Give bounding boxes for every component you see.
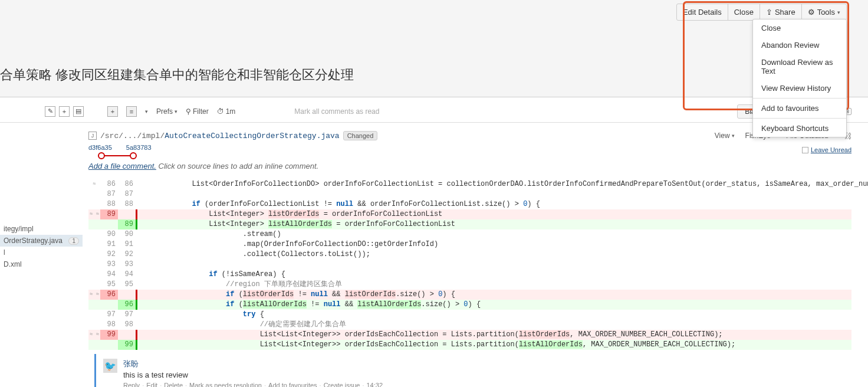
diff-line[interactable]: ≈ ≈99 List<List<Integer>> orderIdsEachCo… [88, 330, 851, 340]
diff-line[interactable]: 9898 //确定需要创建几个集合单 [88, 320, 851, 330]
svg-point-0 [98, 153, 104, 159]
diff-line[interactable]: 9595 //region 下单顺序创建跨区集合单 [88, 280, 851, 290]
edit-details-button[interactable]: Edit Details [677, 4, 728, 20]
code-content: if (orderInfoForCollectionList != null &… [137, 199, 851, 209]
collapse-icon[interactable]: ≡ [126, 106, 137, 117]
diff-line[interactable]: ≈ ≈89 List<Integer> listOrderIds = order… [88, 209, 851, 219]
diff-line[interactable]: 9797 try { [88, 310, 851, 320]
diff-line[interactable]: 9090 .stream() [88, 229, 851, 240]
comment-action-edit[interactable]: Edit [146, 382, 157, 387]
comment-action-delete[interactable]: Delete [164, 382, 183, 387]
line-number-old: 90 [100, 229, 118, 240]
comment-action-reply[interactable]: Reply [123, 382, 140, 387]
add-icon[interactable]: + [59, 106, 70, 117]
comment-author[interactable]: 张盼 [123, 359, 383, 369]
close-button[interactable]: Close [728, 4, 760, 20]
separator: · [362, 382, 364, 387]
line-number-old [100, 300, 118, 310]
file-path[interactable]: /src/.../impl/AutoCreateCollectingOrderS… [100, 132, 340, 140]
gutter-control[interactable]: ≈ ≈ [88, 290, 100, 300]
code-content: List<List<Integer>> orderIdsEachCollecti… [137, 340, 851, 350]
gutter-control[interactable]: ≈ ≈ [88, 330, 100, 340]
tools-menu-close[interactable]: Close [753, 19, 846, 37]
diff-line[interactable]: 8787 [88, 189, 851, 199]
gutter-control[interactable] [88, 340, 100, 350]
prefs-dropdown[interactable]: Prefs [156, 107, 177, 116]
code-content [137, 260, 851, 270]
line-number-old: 92 [100, 250, 118, 260]
sidebar-item[interactable]: D.xml [0, 258, 83, 270]
gutter-control[interactable] [88, 280, 100, 290]
chevron-down-icon [837, 9, 840, 15]
line-number-new [118, 330, 136, 340]
line-number-new: 94 [118, 270, 136, 280]
tools-menu-abandon[interactable]: Abandon Review [753, 37, 846, 54]
share-button[interactable]: ⇪ Share [760, 4, 802, 20]
edit-icon[interactable]: ✎ [45, 106, 55, 117]
gutter-control[interactable] [88, 320, 100, 330]
gutter-control[interactable] [88, 270, 100, 280]
line-number-new: 92 [118, 250, 136, 260]
gutter-control[interactable] [88, 229, 100, 240]
leave-unread-link[interactable]: Leave Unread [802, 146, 851, 153]
diff-line[interactable]: 9393 [88, 260, 851, 270]
menu-divider [753, 118, 846, 119]
tools-menu-favourites[interactable]: Add to favourites [753, 100, 846, 117]
line-number-new: 88 [118, 199, 136, 209]
diff-line[interactable]: 99 List<List<Integer>> orderIdsEachColle… [88, 340, 851, 350]
gutter-control[interactable] [88, 240, 100, 250]
diff-line[interactable]: 9494 if (!isSameArea) { [88, 270, 851, 280]
revision-old[interactable]: d3f6a35 [88, 144, 112, 151]
expand-icon[interactable]: + [107, 106, 118, 117]
view-dropdown[interactable]: View [715, 132, 735, 140]
comment-action-add-to-favourites[interactable]: Add to favourites [268, 382, 317, 387]
code-content: //确定需要创建几个集合单 [137, 320, 851, 330]
diff-toolbar: ✎ + ▤ + ≡ Prefs ⚲ Filter ⏱ 1m Mark all c… [0, 105, 868, 123]
filter-button[interactable]: ⚲ Filter [186, 107, 209, 116]
gutter-control[interactable] [88, 250, 100, 260]
diff-line[interactable]: 9292 .collect(Collectors.toList()); [88, 250, 851, 260]
file-comment-hint: Add a file comment. Click on source line… [88, 162, 851, 170]
line-number-old: 96 [100, 290, 118, 300]
gutter-control[interactable] [88, 189, 100, 199]
gutter-control[interactable] [88, 199, 100, 209]
code-content: if (!isSameArea) { [137, 270, 851, 280]
gutter-control[interactable] [88, 219, 100, 229]
diff-line[interactable]: 89 List<Integer> listAllOrderIds = order… [88, 219, 851, 229]
gutter-control[interactable] [88, 260, 100, 270]
review-toolbar: Edit Details Close ⇪ Share ⚙ Tools [676, 4, 847, 21]
sidebar-item[interactable]: l [0, 247, 83, 258]
sidebar-item[interactable]: itegy/impl [0, 223, 83, 235]
line-number-old: 94 [100, 270, 118, 280]
revision-new[interactable]: 5a83783 [126, 144, 152, 151]
svg-point-2 [130, 153, 136, 159]
tools-dropdown: Close Abandon Review Download Review as … [752, 19, 847, 137]
line-number-new: 87 [118, 189, 136, 199]
gutter-control[interactable]: ≈ [88, 179, 100, 189]
add-file-comment-link[interactable]: Add a file comment. [88, 162, 156, 170]
mark-all-read-button[interactable]: Mark all comments as read [294, 107, 379, 116]
diff-line[interactable]: ≈8686 List<OrderInfoForCollectionDO> ord… [88, 179, 851, 189]
gutter-control[interactable] [88, 300, 100, 310]
comment-action-create-issue[interactable]: Create issue [324, 382, 360, 387]
panel-icon[interactable]: ▤ [73, 106, 84, 117]
code-content [137, 189, 851, 199]
line-number-old: 93 [100, 260, 118, 270]
diff-line[interactable]: 96 if (listAllOrderIds != null && listAl… [88, 300, 851, 310]
diff-line[interactable]: ≈ ≈96 if (listOrderIds != null && listOr… [88, 290, 851, 300]
file-path-prefix: /src/.../impl/ [100, 132, 165, 140]
gutter-control[interactable] [88, 310, 100, 320]
code-content: List<List<Integer>> orderIdsEachCollecti… [137, 330, 851, 340]
share-label: Share [775, 8, 795, 17]
chevron-down-icon[interactable] [145, 109, 148, 114]
tools-menu-download[interactable]: Download Review as Text [753, 54, 846, 80]
time-button[interactable]: ⏱ 1m [217, 107, 236, 116]
diff-line[interactable]: 9191 .map(OrderInfoForCollectionDO::getO… [88, 240, 851, 250]
sidebar-item[interactable]: OrderStrategy.java1 [0, 235, 83, 247]
tools-button[interactable]: ⚙ Tools [802, 4, 846, 20]
gutter-control[interactable]: ≈ ≈ [88, 209, 100, 219]
comment-action-mark-as-needs-resolution[interactable]: Mark as needs resolution [189, 382, 262, 387]
tools-menu-history[interactable]: View Review History [753, 80, 846, 97]
tools-menu-shortcuts[interactable]: Keyboard Shortcuts [753, 120, 846, 137]
diff-line[interactable]: 8888 if (orderInfoForCollectionList != n… [88, 199, 851, 209]
